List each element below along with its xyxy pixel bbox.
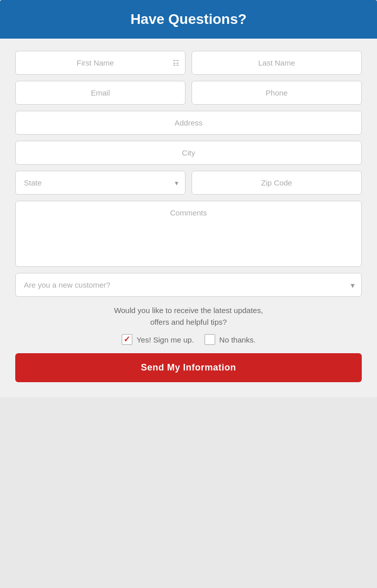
state-zip-row: State AL AK AZ CA CO FL GA NY TX ▾ [15, 171, 362, 195]
comments-row [15, 201, 362, 267]
last-name-field[interactable] [192, 51, 362, 75]
no-label[interactable]: No thanks. [219, 335, 256, 344]
no-checkbox[interactable] [204, 334, 215, 345]
newsletter-section: Would you like to receive the latest upd… [15, 303, 362, 347]
page-title: Have Questions? [15, 11, 362, 27]
yes-checkbox[interactable]: ✓ [121, 334, 133, 345]
checkmark-icon: ✓ [123, 335, 130, 344]
state-select[interactable]: State AL AK AZ CA CO FL GA NY TX [15, 171, 185, 195]
yes-label[interactable]: Yes! Sign me up. [137, 335, 194, 344]
zip-wrapper [192, 171, 362, 195]
last-name-wrapper [192, 51, 362, 75]
yes-checkbox-item: ✓ Yes! Sign me up. [121, 334, 194, 345]
comments-field[interactable] [15, 201, 362, 267]
address-row [15, 111, 362, 135]
name-row: ☷ [15, 51, 362, 75]
newsletter-question: Would you like to receive the latest upd… [15, 305, 362, 328]
address-field[interactable] [15, 111, 362, 135]
submit-button[interactable]: Send My Information [15, 353, 362, 382]
zip-field[interactable] [192, 171, 362, 195]
form-body: ☷ State AL [0, 39, 377, 397]
no-checkbox-item: No thanks. [204, 334, 256, 345]
first-name-wrapper: ☷ [15, 51, 185, 75]
email-phone-row [15, 81, 362, 105]
form-container: Have Questions? ☷ [0, 0, 377, 397]
city-field[interactable] [15, 141, 362, 165]
phone-wrapper [192, 81, 362, 105]
form-header: Have Questions? [0, 0, 377, 39]
new-customer-wrapper: Are you a new customer? Yes No ▾ [15, 273, 362, 297]
city-row [15, 141, 362, 165]
state-wrapper: State AL AK AZ CA CO FL GA NY TX ▾ [15, 171, 185, 195]
email-field[interactable] [15, 81, 185, 105]
phone-field[interactable] [192, 81, 362, 105]
new-customer-select[interactable]: Are you a new customer? Yes No [15, 273, 362, 297]
checkbox-row: ✓ Yes! Sign me up. No thanks. [15, 334, 362, 345]
first-name-field[interactable] [15, 51, 185, 75]
calendar-icon: ☷ [173, 59, 179, 67]
email-wrapper [15, 81, 185, 105]
